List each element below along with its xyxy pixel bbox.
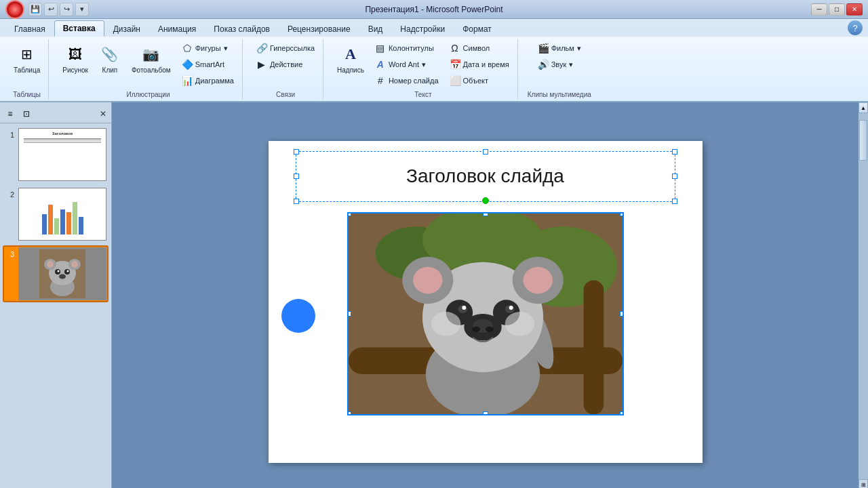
album-label: Фотоальбом <box>132 66 171 75</box>
scroll-up-button[interactable]: ▲ <box>859 102 868 113</box>
text-small-group: ▤ Колонтитулы A Word Ant ▾ # Номер слайд… <box>371 41 443 88</box>
handle-ml[interactable] <box>294 174 299 179</box>
tab-addins[interactable]: Надстройки <box>391 21 454 37</box>
smartart-button[interactable]: 🔷 SmartArt <box>178 57 238 72</box>
scroll-track[interactable] <box>859 113 868 479</box>
slide-image-box[interactable] <box>347 212 624 415</box>
tab-slideshow[interactable]: Показ слайдов <box>205 21 279 37</box>
textbox-icon: A <box>340 43 361 65</box>
save-button[interactable]: 💾 <box>28 3 42 16</box>
img-handle-br[interactable] <box>620 411 624 415</box>
img-handle-tc[interactable] <box>483 212 488 216</box>
sound-button[interactable]: 🔊 Звук ▾ <box>534 57 585 72</box>
table-button[interactable]: ⊞ Таблица <box>9 41 44 77</box>
album-button[interactable]: 📷 Фотоальбом <box>127 41 175 77</box>
img-handle-mr[interactable] <box>620 311 624 317</box>
slidenum-button[interactable]: # Номер слайда <box>371 73 443 88</box>
slide-item-1[interactable]: 1 Заголовок <box>3 126 108 183</box>
undo-button[interactable]: ↩ <box>44 3 58 16</box>
wordart-dropdown[interactable]: ▾ <box>422 60 426 69</box>
close-button[interactable]: ✕ <box>846 3 863 16</box>
svg-point-11 <box>59 274 66 279</box>
sound-dropdown[interactable]: ▾ <box>569 60 573 69</box>
shapes-button[interactable]: ⬠ Фигуры ▾ <box>178 41 238 56</box>
sidebar-slides-button[interactable]: ⊡ <box>19 106 34 121</box>
sidebar-close-button[interactable]: ✕ <box>98 108 108 119</box>
slide-title-box[interactable]: Заголовок слайда <box>296 151 675 202</box>
datetime-button[interactable]: 📅 Дата и время <box>446 57 513 72</box>
svg-point-29 <box>462 306 466 310</box>
ribbon: Главная Вставка Дизайн Анимация Показ сл… <box>0 19 868 102</box>
handle-mr[interactable] <box>672 174 677 179</box>
minimize-button[interactable]: ─ <box>811 3 827 16</box>
sidebar-outline-button[interactable]: ≡ <box>3 106 18 121</box>
shapes-icon: ⬠ <box>182 43 193 54</box>
title-bar-left: 💾 ↩ ↪ ▾ <box>5 0 89 19</box>
canvas-scroll-area: Заголовок слайда <box>112 102 859 488</box>
hyperlink-label: Гиперссылка <box>270 44 315 52</box>
qat-dropdown-button[interactable]: ▾ <box>75 3 89 16</box>
tab-insert[interactable]: Вставка <box>54 20 104 37</box>
links-small-group: 🔗 Гиперссылка ▶ Действие <box>252 41 319 72</box>
slide-canvas: Заголовок слайда <box>269 141 703 463</box>
tab-review[interactable]: Рецензирование <box>279 21 359 37</box>
movie-dropdown[interactable]: ▾ <box>577 44 581 53</box>
handle-br[interactable] <box>672 199 677 204</box>
tab-animation[interactable]: Анимация <box>149 21 205 37</box>
redo-button[interactable]: ↪ <box>60 3 73 16</box>
tab-format[interactable]: Формат <box>454 21 500 37</box>
chart-button[interactable]: 📊 Диаграмма <box>178 73 238 88</box>
ribbon-group-illustrations-items: 🖼 Рисунок 📎 Клип 📷 Фотоальбом ⬠ Фигуры ▾ <box>58 41 238 88</box>
maximize-button[interactable]: □ <box>829 3 845 16</box>
clip-button[interactable]: 📎 Клип <box>95 41 125 77</box>
slide-num-2: 2 <box>5 188 14 199</box>
img-handle-tr[interactable] <box>620 212 624 216</box>
header-icon: ▤ <box>375 43 386 54</box>
action-button[interactable]: ▶ Действие <box>252 57 319 72</box>
slide-list: 1 Заголовок 2 <box>0 123 111 488</box>
tab-view[interactable]: Вид <box>359 21 392 37</box>
tab-home[interactable]: Главная <box>5 21 54 37</box>
slide-item-2[interactable]: 2 <box>3 186 108 243</box>
tables-group-label: Таблицы <box>13 89 41 98</box>
text-small-group2: Ω Символ 📅 Дата и время ⬜ Объект <box>446 41 513 88</box>
slide-panel: ≡ ⊡ ✕ 1 Заголовок 2 <box>0 102 112 488</box>
scroll-expand-button[interactable]: ⊞ <box>859 479 868 488</box>
textbox-button[interactable]: A Надпись <box>333 41 368 77</box>
tab-design[interactable]: Дизайн <box>104 21 149 37</box>
shapes-dropdown[interactable]: ▾ <box>224 44 228 53</box>
symbol-button[interactable]: Ω Символ <box>446 41 513 56</box>
symbol-label: Символ <box>463 44 490 52</box>
handle-tl[interactable] <box>294 149 299 155</box>
header-label: Колонтитулы <box>389 44 434 52</box>
handle-bc-green[interactable] <box>482 197 489 204</box>
picture-button[interactable]: 🖼 Рисунок <box>58 41 92 77</box>
movie-label: Фильм <box>551 44 574 52</box>
svg-point-5 <box>47 261 54 268</box>
scroll-thumb[interactable] <box>859 120 867 161</box>
hyperlink-button[interactable]: 🔗 Гиперссылка <box>252 41 319 56</box>
office-button[interactable] <box>5 0 24 19</box>
chart-thumbnail <box>19 188 106 241</box>
help-button[interactable]: ? <box>848 20 863 35</box>
header-footer-button[interactable]: ▤ Колонтитулы <box>371 41 443 56</box>
shapes-label: Фигуры <box>195 44 221 52</box>
main-layout: ≡ ⊡ ✕ 1 Заголовок 2 <box>0 102 868 488</box>
ribbon-content-insert: ⊞ Таблица Таблицы 🖼 Рисунок 📎 Клип 📷 <box>0 37 868 101</box>
koala-thumbnail-svg <box>39 249 85 298</box>
handle-tc[interactable] <box>483 149 488 155</box>
slide-num-1: 1 <box>5 128 14 139</box>
img-handle-bl[interactable] <box>347 411 351 415</box>
handle-bl[interactable] <box>294 199 299 204</box>
handle-tr[interactable] <box>672 149 677 155</box>
slide-item-3[interactable]: 3 <box>3 245 108 302</box>
svg-point-30 <box>509 306 513 310</box>
img-handle-ml[interactable] <box>347 311 351 317</box>
movie-button[interactable]: 🎬 Фильм ▾ <box>534 41 585 56</box>
object-button[interactable]: ⬜ Объект <box>446 73 513 88</box>
img-handle-bc[interactable] <box>483 411 488 415</box>
chart-label: Диаграмма <box>195 77 234 85</box>
datetime-icon: 📅 <box>450 59 460 70</box>
wordart-button[interactable]: A Word Ant ▾ <box>371 57 443 72</box>
img-handle-tl[interactable] <box>347 212 351 216</box>
